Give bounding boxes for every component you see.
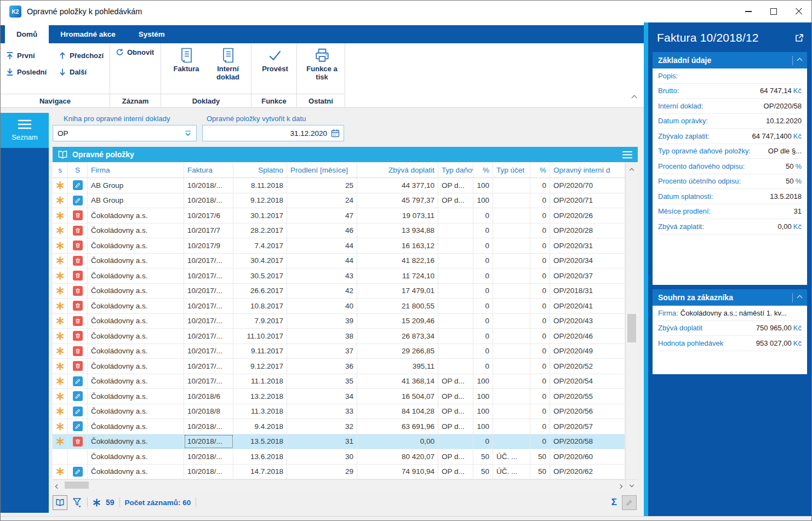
table-row[interactable]: Čokoládovny a.s. 10/2018/6 13.2.2018 34 … [53, 389, 625, 404]
refresh-button[interactable]: Obnovit [116, 48, 157, 56]
cell-faktura[interactable]: 10/2017/... [184, 299, 233, 313]
tab-hromadne-akce[interactable]: Hromadné akce [49, 25, 127, 43]
minimize-button[interactable] [736, 1, 761, 22]
record-action-cell[interactable] [68, 224, 88, 238]
cell-faktura[interactable]: 10/2017/... [184, 284, 233, 299]
table-row[interactable]: Čokoládovny a.s. 10/2017/6 30.1.2017 47 … [53, 208, 625, 224]
tab-system[interactable]: Systém [127, 25, 176, 43]
maximize-button[interactable] [761, 1, 786, 22]
filter-button[interactable] [72, 497, 82, 508]
section-header[interactable]: Základní údaje [653, 52, 807, 68]
cell-faktura[interactable]: 10/2017/... [184, 374, 233, 389]
table-row[interactable]: Čokoládovny a.s. 10/2017/9 7.4.2017 44 1… [53, 238, 625, 254]
calendar-icon[interactable] [331, 129, 340, 138]
collapse-section-button[interactable] [792, 293, 802, 302]
cell-faktura[interactable]: 10/2017/... [184, 268, 233, 283]
column-header[interactable]: S [68, 162, 88, 178]
next-button[interactable]: Další [59, 65, 115, 79]
record-action-cell[interactable] [68, 374, 88, 389]
column-header[interactable]: Splatno [233, 162, 287, 178]
table-row[interactable]: Čokoládovny a.s. 10/2017/... 11.1.2018 3… [53, 374, 625, 390]
cell-faktura[interactable]: 10/2017/... [184, 344, 233, 359]
record-action-cell[interactable] [68, 268, 88, 283]
cell-faktura[interactable]: 10/2018/6 [184, 389, 233, 404]
last-button[interactable]: Poslední [6, 65, 59, 79]
record-action-cell[interactable] [68, 329, 88, 343]
table-row[interactable]: Čokoládovny a.s. 10/2018/... 13.5.2018 3… [53, 434, 625, 450]
table-row[interactable]: Čokoládovny a.s. 10/2018/... 9.4.2018 32… [53, 419, 625, 434]
scroll-down-button[interactable] [625, 480, 638, 490]
record-action-cell[interactable] [68, 208, 88, 223]
column-header[interactable]: % [473, 162, 493, 178]
record-action-cell[interactable] [68, 449, 88, 464]
cell-faktura[interactable]: 10/2017/9 [184, 238, 233, 253]
record-action-cell[interactable] [68, 254, 88, 268]
table-row[interactable]: Čokoládovny a.s. 10/2017/... 11.10.2017 … [53, 329, 625, 344]
column-header[interactable]: Opravný interní d [550, 162, 625, 178]
scroll-up-button[interactable] [630, 162, 633, 173]
collapse-section-button[interactable] [792, 56, 802, 65]
previous-button[interactable]: Předchozí [59, 48, 115, 62]
table-row[interactable]: Čokoládovny a.s. 10/2017/... 30.4.2017 4… [53, 254, 625, 269]
table-row[interactable]: Čokoládovny a.s. 10/2017/... 10.8.2017 4… [53, 299, 625, 314]
sum-button[interactable]: Σ [611, 497, 617, 508]
cell-faktura[interactable]: 10/2018/... [184, 465, 233, 479]
vertical-scroll-track[interactable] [626, 173, 638, 479]
column-header[interactable]: s [53, 162, 68, 178]
record-action-cell[interactable] [68, 284, 88, 299]
record-action-cell[interactable] [68, 434, 88, 449]
cell-faktura[interactable]: 10/2017/... [184, 254, 233, 268]
horizontal-scroll-thumb[interactable] [65, 482, 89, 489]
cell-faktura[interactable]: 10/2017/... [184, 359, 233, 374]
column-header[interactable]: % [530, 162, 550, 178]
cell-faktura[interactable]: 10/2018/8 [184, 404, 233, 419]
record-action-cell[interactable] [68, 299, 88, 313]
panel-menu-icon[interactable] [622, 151, 633, 159]
column-header[interactable]: Zbývá doplatit [357, 162, 438, 178]
tab-domu[interactable]: Domů [5, 25, 49, 43]
first-button[interactable]: První [6, 48, 59, 62]
record-action-cell[interactable] [68, 359, 88, 374]
scroll-right-button[interactable] [619, 480, 622, 490]
record-action-cell[interactable] [68, 314, 88, 329]
functions-print-button[interactable]: Funkce a tisk [302, 46, 341, 94]
record-action-cell[interactable] [68, 404, 88, 419]
column-header[interactable]: Faktura [184, 162, 233, 178]
cell-faktura[interactable]: 10/2018/... [184, 178, 233, 193]
vertical-scrollbar[interactable] [625, 162, 638, 479]
cell-faktura[interactable]: 10/2017/... [184, 329, 233, 343]
column-header[interactable]: Typ daňov [438, 162, 473, 178]
changed-records-icon[interactable] [93, 499, 101, 507]
cell-faktura[interactable]: 10/2018/... [184, 419, 233, 434]
book-select[interactable]: OP [53, 125, 197, 141]
table-row[interactable]: Čokoládovny a.s. 10/2017/... 26.6.2017 4… [53, 284, 625, 299]
sidebar-item-seznam[interactable]: Seznam [1, 113, 49, 148]
dropdown-icon[interactable] [184, 129, 192, 138]
table-row[interactable]: Čokoládovny a.s. 10/2017/... 7.9.2017 39… [53, 314, 625, 329]
table-row[interactable]: Čokoládovny a.s. 10/2018/8 11.3.2018 33 … [53, 404, 625, 420]
close-button[interactable] [786, 1, 811, 22]
table-row[interactable]: AB Group 10/2018/... 8.11.2018 25 44 377… [53, 178, 625, 193]
panel-divider[interactable] [644, 22, 648, 516]
cell-faktura[interactable]: 10/2017/7 [184, 224, 233, 238]
column-header[interactable]: Firma [88, 162, 184, 178]
cell-faktura[interactable]: 10/2017/... [184, 314, 233, 329]
table-row[interactable]: Čokoládovny a.s. 10/2017/... 9.11.2017 3… [53, 344, 625, 359]
column-header[interactable]: Prodlení [měsíce] [287, 162, 357, 178]
record-action-cell[interactable] [68, 465, 88, 479]
cell-faktura[interactable]: 10/2018/... [184, 193, 233, 208]
book-view-button[interactable] [53, 495, 67, 510]
record-action-cell[interactable] [68, 178, 88, 193]
cell-faktura[interactable]: 10/2018/... [184, 434, 233, 449]
ribbon-collapse-button[interactable] [632, 92, 636, 102]
table-row[interactable]: Čokoládovny a.s. 10/2017/7 28.2.2017 46 … [53, 224, 625, 239]
scroll-left-button[interactable] [56, 480, 59, 490]
vertical-scroll-thumb[interactable] [627, 314, 636, 342]
section-header[interactable]: Souhrn za zákazníka [653, 289, 807, 306]
record-action-cell[interactable] [68, 193, 88, 208]
quick-edit-button[interactable] [622, 495, 637, 510]
table-row[interactable]: Čokoládovny a.s. 10/2017/... 9.12.2017 3… [53, 359, 625, 374]
cell-faktura[interactable]: 10/2018/... [184, 449, 233, 464]
record-action-cell[interactable] [68, 419, 88, 434]
column-header[interactable]: Typ účet [493, 162, 530, 178]
